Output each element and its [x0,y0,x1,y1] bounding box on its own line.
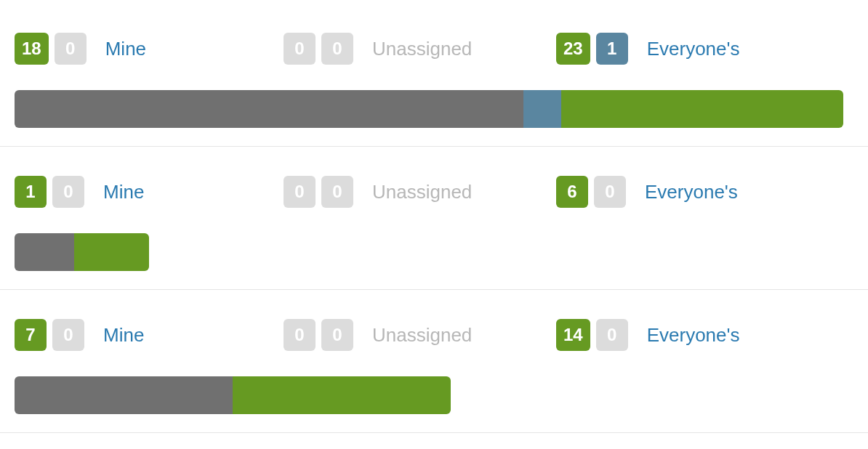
group-mine[interactable]: 18 0 Mine [15,33,284,65]
everyone-secondary-count: 0 [596,319,628,351]
mine-secondary-count: 0 [52,176,84,208]
unassigned-label: Unassigned [372,181,472,203]
stats-line: 1 0 Mine 0 0 Unassigned 6 0 Everyone's [15,176,853,208]
progress-bar [15,233,149,271]
summary-row: 18 0 Mine 0 0 Unassigned 23 1 Everyone's [0,0,868,147]
bar-segment-green [561,90,843,128]
unassigned-secondary-count: 0 [321,176,353,208]
everyone-primary-count: 23 [556,33,590,65]
mine-primary-count: 18 [15,33,49,65]
bar-segment-green [233,376,451,414]
bar-segment-dark [15,233,74,271]
mine-primary-count: 1 [15,176,47,208]
mine-secondary-count: 0 [55,33,87,65]
stats-line: 18 0 Mine 0 0 Unassigned 23 1 Everyone's [15,33,853,65]
group-everyone[interactable]: 14 0 Everyone's [556,319,740,351]
everyone-label[interactable]: Everyone's [645,181,738,203]
unassigned-secondary-count: 0 [321,33,353,65]
everyone-secondary-count: 1 [596,33,628,65]
progress-bar [15,376,451,414]
everyone-label[interactable]: Everyone's [647,38,740,60]
stats-line: 7 0 Mine 0 0 Unassigned 14 0 Everyone's [15,319,853,351]
progress-bar [15,90,843,128]
everyone-primary-count: 6 [556,176,588,208]
unassigned-primary-count: 0 [284,33,316,65]
unassigned-primary-count: 0 [284,319,316,351]
ticket-summary-list: 18 0 Mine 0 0 Unassigned 23 1 Everyone's… [0,0,868,433]
mine-label[interactable]: Mine [103,181,144,203]
mine-label[interactable]: Mine [105,38,146,60]
group-everyone[interactable]: 23 1 Everyone's [556,33,740,65]
mine-secondary-count: 0 [52,319,84,351]
group-unassigned: 0 0 Unassigned [284,319,556,351]
unassigned-label: Unassigned [372,324,472,347]
group-mine[interactable]: 7 0 Mine [15,319,284,351]
bar-segment-dark [15,376,233,414]
unassigned-primary-count: 0 [284,176,316,208]
bar-segment-blue [523,90,561,128]
everyone-label[interactable]: Everyone's [647,324,740,347]
group-mine[interactable]: 1 0 Mine [15,176,284,208]
unassigned-secondary-count: 0 [321,319,353,351]
everyone-primary-count: 14 [556,319,590,351]
mine-primary-count: 7 [15,319,47,351]
summary-row: 7 0 Mine 0 0 Unassigned 14 0 Everyone's [0,290,868,433]
summary-row: 1 0 Mine 0 0 Unassigned 6 0 Everyone's [0,147,868,290]
unassigned-label: Unassigned [372,38,472,60]
bar-segment-green [74,233,149,271]
everyone-secondary-count: 0 [594,176,626,208]
mine-label[interactable]: Mine [103,324,144,347]
bar-segment-dark [15,90,523,128]
group-everyone[interactable]: 6 0 Everyone's [556,176,738,208]
group-unassigned: 0 0 Unassigned [284,33,556,65]
group-unassigned: 0 0 Unassigned [284,176,556,208]
